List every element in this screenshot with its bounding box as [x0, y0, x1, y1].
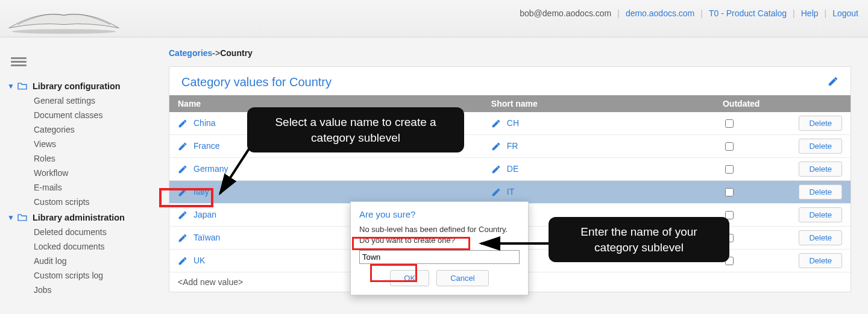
- annotation-select-value: Select a value name to create a category…: [247, 107, 464, 152]
- logo: [5, 5, 123, 34]
- caret-down-icon: ▼: [7, 213, 14, 222]
- folder-icon: [17, 82, 28, 90]
- sidebar-item[interactable]: Workflow: [7, 166, 148, 180]
- pencil-icon: [178, 142, 187, 151]
- edit-name-button[interactable]: [178, 233, 187, 243]
- header-user: bob@demo.aodocs.com: [520, 8, 611, 18]
- annotation-enter-name: Enter the name of your category sublevel: [549, 217, 729, 262]
- short-name: FR: [507, 141, 518, 151]
- breadcrumb-root[interactable]: Categories: [169, 48, 212, 58]
- sidebar-item[interactable]: E-mails: [7, 180, 148, 195]
- edit-name-button[interactable]: [178, 210, 187, 220]
- sidebar-item[interactable]: Audit log: [7, 254, 148, 268]
- header-link-library[interactable]: T0 - Product Catalog: [709, 8, 787, 18]
- value-name-link[interactable]: Italy: [193, 187, 209, 196]
- delete-button[interactable]: Delete: [799, 162, 842, 177]
- pencil-icon: [491, 119, 501, 128]
- pencil-icon: [491, 165, 501, 174]
- folder-icon: [17, 213, 28, 222]
- header-link-help[interactable]: Help: [801, 8, 819, 18]
- panel-title: Category values for Country: [181, 75, 332, 89]
- table-row: GermanyDEDelete: [169, 158, 851, 181]
- sublevel-name-input[interactable]: [359, 250, 520, 264]
- value-name-link[interactable]: UK: [193, 256, 205, 265]
- arrow-to-input: [476, 236, 555, 251]
- col-short: Short name: [483, 95, 714, 112]
- pencil-icon: [491, 142, 501, 151]
- pencil-icon: [178, 210, 187, 220]
- value-name-link[interactable]: Taïwan: [193, 233, 220, 242]
- header-links: bob@demo.aodocs.com | demo.aodocs.com | …: [520, 5, 858, 18]
- svg-point-0: [12, 29, 116, 34]
- sidebar-item[interactable]: General settings: [7, 93, 148, 108]
- sidebar-item[interactable]: Categories: [7, 122, 148, 137]
- open-book-icon: [5, 5, 123, 34]
- sidebar-item[interactable]: Custom scripts: [7, 195, 148, 209]
- caret-down-icon: ▼: [7, 82, 14, 90]
- ok-button[interactable]: OK: [390, 270, 429, 286]
- table-row: ItalyITDelete: [169, 181, 851, 204]
- panel-edit-button[interactable]: [828, 76, 838, 89]
- delete-button[interactable]: Delete: [799, 184, 842, 199]
- short-name: DE: [507, 164, 518, 174]
- pencil-icon: [178, 165, 187, 174]
- delete-button[interactable]: Delete: [799, 116, 842, 131]
- sidebar-section-header[interactable]: ▼Library configuration: [7, 81, 148, 91]
- delete-button[interactable]: Delete: [799, 207, 842, 222]
- outdated-checkbox[interactable]: [725, 165, 734, 174]
- delete-button[interactable]: Delete: [799, 230, 842, 245]
- edit-short-button[interactable]: [491, 142, 501, 151]
- cancel-button[interactable]: Cancel: [436, 270, 488, 286]
- edit-name-button[interactable]: [178, 142, 187, 151]
- pencil-icon: [178, 119, 187, 128]
- value-name-link[interactable]: Japan: [193, 210, 216, 219]
- pencil-icon: [178, 187, 187, 197]
- edit-short-button[interactable]: [491, 119, 501, 128]
- col-actions: [776, 95, 851, 112]
- delete-button[interactable]: Delete: [799, 139, 842, 154]
- sidebar-item[interactable]: Roles: [7, 151, 148, 166]
- header-link-logout[interactable]: Logout: [832, 8, 858, 18]
- header-link-domain[interactable]: demo.aodocs.com: [626, 8, 694, 18]
- edit-name-button[interactable]: [178, 256, 187, 266]
- pencil-icon: [491, 187, 501, 197]
- edit-name-button[interactable]: [178, 119, 187, 128]
- edit-short-button[interactable]: [491, 187, 501, 197]
- sidebar-item[interactable]: Custom scripts log: [7, 268, 148, 283]
- col-outdated: Outdated: [714, 95, 776, 112]
- dialog-title: Are you sure?: [351, 202, 528, 223]
- edit-name-button[interactable]: [178, 187, 187, 197]
- pencil-icon: [828, 76, 838, 87]
- sidebar-section-header[interactable]: ▼Library administration: [7, 213, 148, 222]
- breadcrumb-current: Country: [220, 48, 253, 58]
- sidebar-item[interactable]: Views: [7, 137, 148, 151]
- sidebar-item[interactable]: Jobs: [7, 283, 148, 297]
- short-name: CH: [507, 118, 519, 128]
- sidebar-item[interactable]: Document classes: [7, 108, 148, 122]
- edit-short-button[interactable]: [491, 165, 501, 174]
- outdated-checkbox[interactable]: [725, 142, 734, 151]
- delete-button[interactable]: Delete: [799, 253, 842, 268]
- outdated-checkbox[interactable]: [725, 119, 734, 128]
- breadcrumb: Categories->Country: [169, 48, 851, 58]
- sidebar-section-title: Library administration: [33, 213, 125, 222]
- short-name: IT: [507, 187, 514, 196]
- sidebar: ▼Library configurationGeneral settingsDo…: [0, 37, 157, 314]
- value-name-link[interactable]: China: [193, 118, 216, 128]
- pencil-icon: [178, 233, 187, 243]
- app-header: bob@demo.aodocs.com | demo.aodocs.com | …: [0, 0, 868, 37]
- pencil-icon: [178, 256, 187, 266]
- hamburger-icon[interactable]: [11, 57, 27, 69]
- outdated-checkbox[interactable]: [725, 188, 734, 196]
- sidebar-section-title: Library configuration: [33, 81, 121, 91]
- sidebar-item[interactable]: Locked documents: [7, 239, 148, 254]
- edit-name-button[interactable]: [178, 165, 187, 174]
- sidebar-item[interactable]: Deleted documents: [7, 225, 148, 239]
